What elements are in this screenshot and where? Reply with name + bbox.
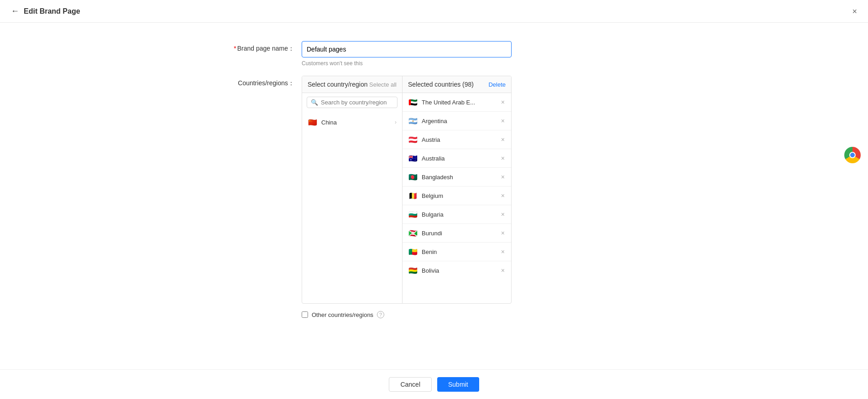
list-item: 🇧🇴 Bolivia × xyxy=(403,261,511,280)
left-panel-header: Select country/region Selecte all xyxy=(302,76,402,93)
country-name: Argentina xyxy=(422,118,447,124)
remove-button[interactable]: × xyxy=(500,249,506,255)
right-panel-header: Selected countries (98) Delete xyxy=(403,76,511,93)
search-input[interactable] xyxy=(321,99,393,106)
left-panel: Select country/region Selecte all 🔍 🇨🇳 C… xyxy=(302,76,403,303)
delete-button[interactable]: Delete xyxy=(488,81,506,88)
list-item: 🇧🇬 Bulgaria × xyxy=(403,205,511,224)
country-item-inner: 🇧🇯 Benin xyxy=(408,247,437,257)
country-name: Bolivia xyxy=(422,267,439,274)
page-header: ← Edit Brand Page × xyxy=(0,0,868,23)
list-item: 🇧🇮 Burundi × xyxy=(403,224,511,243)
search-icon: 🔍 xyxy=(311,99,318,106)
country-name: Belgium xyxy=(422,192,443,199)
list-item: 🇧🇯 Benin × xyxy=(403,243,511,261)
list-item[interactable]: 🇨🇳 China › xyxy=(302,114,402,131)
remove-button[interactable]: × xyxy=(500,99,506,105)
right-panel: Selected countries (98) Delete 🇦🇪 The Un… xyxy=(403,76,511,303)
page-title-area: ← Edit Brand Page xyxy=(11,6,80,16)
country-name: The United Arab E... xyxy=(422,99,475,106)
brand-page-name-row: *Brand page name： Customers won't see th… xyxy=(229,41,639,67)
list-item: 🇦🇪 The United Arab E... × xyxy=(403,93,511,112)
remove-button[interactable]: × xyxy=(500,155,506,161)
remove-button[interactable]: × xyxy=(500,118,506,124)
country-item-inner: 🇦🇺 Australia xyxy=(408,153,445,163)
country-name: Australia xyxy=(422,155,445,162)
remove-button[interactable]: × xyxy=(500,267,506,274)
country-list-right: 🇦🇪 The United Arab E... × 🇦🇷 Argentina × xyxy=(403,93,511,303)
flag-icon: 🇦🇹 xyxy=(408,135,418,145)
country-name: Bangladesh xyxy=(422,174,453,181)
list-item: 🇧🇪 Belgium × xyxy=(403,187,511,205)
list-item: 🇦🇹 Austria × xyxy=(403,130,511,149)
chevron-right-icon: › xyxy=(395,119,397,125)
flag-icon: 🇧🇬 xyxy=(408,209,418,219)
country-item-inner: 🇨🇳 China xyxy=(308,117,337,127)
country-item-inner: 🇦🇹 Austria xyxy=(408,135,440,145)
remove-button[interactable]: × xyxy=(500,211,506,218)
country-name: Bulgaria xyxy=(422,211,444,218)
country-item-inner: 🇦🇪 The United Arab E... xyxy=(408,97,475,107)
back-arrow-icon: ← xyxy=(11,6,19,16)
search-box[interactable]: 🔍 xyxy=(307,97,397,108)
required-star: * xyxy=(234,45,236,52)
list-item: 🇦🇷 Argentina × xyxy=(403,112,511,130)
chrome-icon xyxy=(844,147,861,163)
close-icon: × xyxy=(852,7,857,16)
other-countries-row: Other countries/regions ? xyxy=(229,311,639,318)
remove-button[interactable]: × xyxy=(500,230,506,236)
flag-icon: 🇧🇩 xyxy=(408,172,418,182)
country-item-inner: 🇦🇷 Argentina xyxy=(408,116,447,126)
flag-icon: 🇦🇪 xyxy=(408,97,418,107)
back-button[interactable]: ← xyxy=(11,6,19,16)
country-item-inner: 🇧🇬 Bulgaria xyxy=(408,209,444,219)
list-item: 🇧🇩 Bangladesh × xyxy=(403,168,511,187)
brand-page-name-field-wrap: Customers won't see this xyxy=(302,41,639,67)
right-panel-title: Selected countries (98) xyxy=(408,81,474,88)
country-item-inner: 🇧🇴 Bolivia xyxy=(408,265,439,275)
flag-icon: 🇦🇺 xyxy=(408,153,418,163)
flag-icon: 🇧🇪 xyxy=(408,191,418,201)
select-all-button[interactable]: Selecte all xyxy=(369,81,397,88)
info-icon: ? xyxy=(377,311,384,318)
country-item-inner: 🇧🇩 Bangladesh xyxy=(408,172,453,182)
country-item-inner: 🇧🇮 Burundi xyxy=(408,228,442,238)
country-name: Burundi xyxy=(422,230,442,237)
main-content: *Brand page name： Customers won't see th… xyxy=(0,23,868,337)
country-item-inner: 🇧🇪 Belgium xyxy=(408,191,443,201)
country-name: China xyxy=(321,119,337,126)
remove-button[interactable]: × xyxy=(500,192,506,199)
list-item: 🇦🇺 Australia × xyxy=(403,149,511,168)
page-title: Edit Brand Page xyxy=(24,7,80,16)
countries-regions-row: Countries/regions： Select country/region… xyxy=(229,76,639,304)
flag-icon: 🇦🇷 xyxy=(408,116,418,126)
helper-text: Customers won't see this xyxy=(302,60,639,67)
other-countries-label: Other countries/regions xyxy=(312,311,373,318)
close-button[interactable]: × xyxy=(852,7,857,16)
footer: Cancel Submit xyxy=(0,369,868,399)
flag-icon: 🇧🇴 xyxy=(408,265,418,275)
country-name: Benin xyxy=(422,249,437,255)
flag-icon: 🇨🇳 xyxy=(308,117,318,127)
country-name: Austria xyxy=(422,136,440,143)
remove-button[interactable]: × xyxy=(500,174,506,180)
chrome-inner xyxy=(849,152,856,158)
other-countries-checkbox[interactable] xyxy=(302,311,308,318)
flag-icon: 🇧🇮 xyxy=(408,228,418,238)
countries-regions-label: Countries/regions： xyxy=(229,76,302,88)
cancel-button[interactable]: Cancel xyxy=(389,377,432,392)
left-panel-title: Select country/region xyxy=(308,81,368,88)
brand-page-name-label: *Brand page name： xyxy=(229,41,302,53)
submit-button[interactable]: Submit xyxy=(437,377,479,392)
flag-icon: 🇧🇯 xyxy=(408,247,418,257)
country-selector-panel: Select country/region Selecte all 🔍 🇨🇳 C… xyxy=(302,76,512,304)
remove-button[interactable]: × xyxy=(500,136,506,143)
brand-page-name-input[interactable] xyxy=(302,41,512,57)
country-list-left: 🇨🇳 China › xyxy=(302,112,402,303)
